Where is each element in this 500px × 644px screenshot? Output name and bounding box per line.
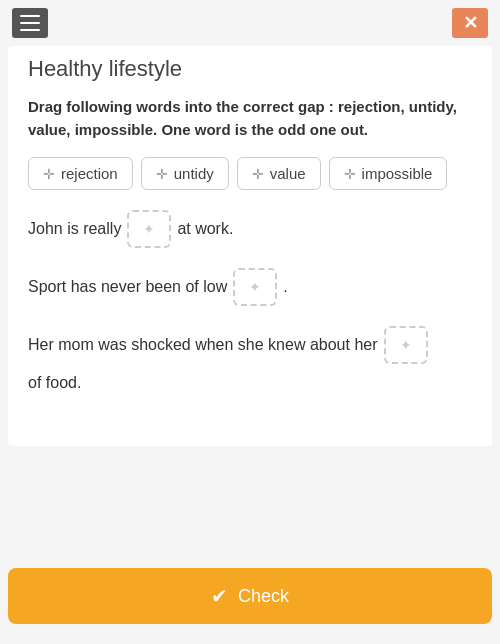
word-label: untidy xyxy=(174,165,214,182)
drop-zone-3[interactable]: ✦ xyxy=(384,326,428,364)
word-chip-rejection[interactable]: ✛ rejection xyxy=(28,157,133,190)
word-label: impossible xyxy=(362,165,433,182)
sentence-3-before: Her mom was shocked when she knew about … xyxy=(28,332,378,358)
drop-icon-3: ✦ xyxy=(400,334,412,356)
check-button[interactable]: ✔ Check xyxy=(8,568,492,624)
check-icon: ✔ xyxy=(211,584,228,608)
drag-icon: ✛ xyxy=(156,166,168,182)
sentence-3-after: of food. xyxy=(28,370,81,396)
check-label: Check xyxy=(238,586,289,607)
close-button[interactable]: ✕ xyxy=(452,8,488,38)
drop-zone-1[interactable]: ✦ xyxy=(127,210,171,248)
word-chip-untidy[interactable]: ✛ untidy xyxy=(141,157,229,190)
instruction-text: Drag following words into the correct ga… xyxy=(28,96,472,141)
sentence-2: Sport has never been of low ✦ . xyxy=(28,268,472,306)
sentence-1-after: at work. xyxy=(177,216,233,242)
drop-icon-2: ✦ xyxy=(249,276,261,298)
drag-icon: ✛ xyxy=(43,166,55,182)
page-title: Healthy lifestyle xyxy=(28,56,472,82)
drag-icon: ✛ xyxy=(252,166,264,182)
drag-icon: ✛ xyxy=(344,166,356,182)
word-chip-value[interactable]: ✛ value xyxy=(237,157,321,190)
word-label: value xyxy=(270,165,306,182)
word-chip-impossible[interactable]: ✛ impossible xyxy=(329,157,448,190)
drop-zone-2[interactable]: ✦ xyxy=(233,268,277,306)
close-icon: ✕ xyxy=(463,12,478,34)
sentence-1: John is really ✦ at work. xyxy=(28,210,472,248)
words-area: ✛ rejection ✛ untidy ✛ value ✛ impossibl… xyxy=(28,157,472,190)
word-label: rejection xyxy=(61,165,118,182)
sentences-area: John is really ✦ at work. Sport has neve… xyxy=(28,210,472,396)
sentence-2-before: Sport has never been of low xyxy=(28,274,227,300)
main-content: Healthy lifestyle Drag following words i… xyxy=(8,46,492,446)
drop-icon-1: ✦ xyxy=(143,218,155,240)
hamburger-button[interactable] xyxy=(12,8,48,38)
sentence-1-before: John is really xyxy=(28,216,121,242)
sentence-2-after: . xyxy=(283,274,287,300)
sentence-3: Her mom was shocked when she knew about … xyxy=(28,326,472,396)
top-bar: ✕ xyxy=(0,0,500,46)
